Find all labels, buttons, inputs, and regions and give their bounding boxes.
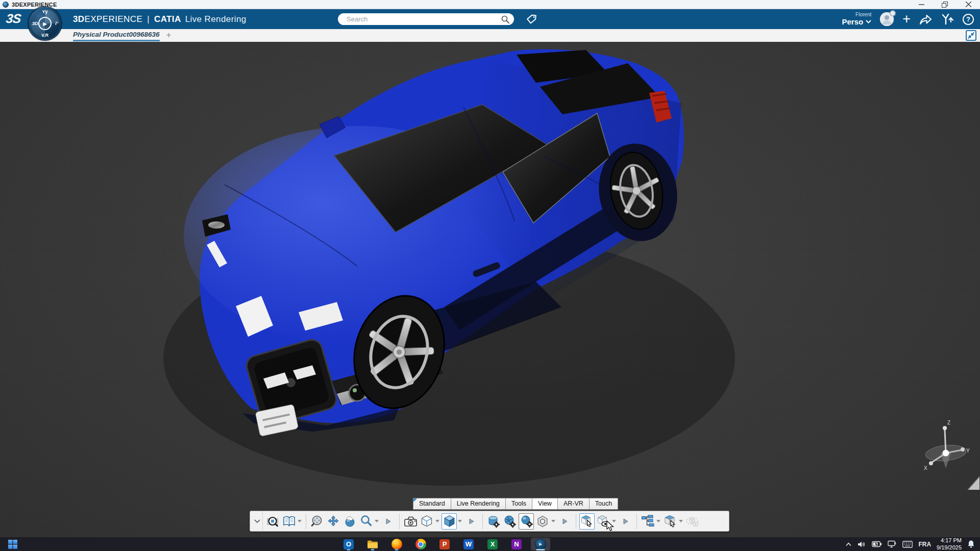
running-indicator xyxy=(371,549,375,550)
compass-north-glyph[interactable]: Yy xyxy=(42,9,47,14)
window-titlebar: 3DEXPERIENCE xyxy=(0,0,980,9)
header-right-cluster: Florent Perso + xyxy=(842,9,974,29)
help-button[interactable]: ? xyxy=(963,14,974,25)
database-settings-button[interactable] xyxy=(486,513,501,530)
tab-live-rendering[interactable]: Live Rendering xyxy=(451,498,506,510)
zoom-button[interactable] xyxy=(358,513,374,530)
window-title: 3DEXPERIENCE xyxy=(12,2,57,8)
tab-touch[interactable]: Touch xyxy=(589,498,618,510)
pan-button[interactable] xyxy=(326,513,341,530)
search-icon[interactable] xyxy=(501,15,509,23)
car-render: Z X Y xyxy=(0,42,980,537)
tab-standard[interactable]: Standard xyxy=(413,498,451,510)
zoom-dropdown-caret[interactable] xyxy=(375,520,379,522)
shaded-view-button[interactable] xyxy=(442,513,457,530)
taskbar-word[interactable]: W xyxy=(459,538,478,550)
taskbar-excel[interactable]: X xyxy=(483,538,502,550)
taskbar-onenote[interactable]: N xyxy=(507,538,526,550)
cylinder-gear-icon xyxy=(487,515,500,528)
action-bar-tabs: Standard Live Rendering Tools View AR-VR… xyxy=(413,498,618,510)
excel-icon: X xyxy=(487,539,498,549)
folder-icon xyxy=(367,540,378,549)
structure-tree-button[interactable] xyxy=(640,513,655,530)
render-settings-button[interactable] xyxy=(519,513,534,530)
compass-east-glyph[interactable]: i' xyxy=(55,21,58,26)
language-indicator[interactable]: FRA xyxy=(918,541,931,548)
add-content-button[interactable]: + xyxy=(902,12,911,26)
minimize-button[interactable] xyxy=(910,0,933,9)
date: 9/19/2025 xyxy=(937,544,962,551)
taskbar-3dexperience[interactable]: ▶ xyxy=(531,538,550,550)
expander-play-icon xyxy=(562,518,568,524)
iso-dropdown-caret[interactable] xyxy=(435,520,439,522)
capture-button[interactable] xyxy=(403,513,418,530)
onenote-icon: N xyxy=(511,539,522,549)
compass-menu-button[interactable]: Yy 3D i' V.R ▶ xyxy=(29,7,61,40)
sphere-gear-boxed-icon xyxy=(520,514,533,528)
taskbar-file-explorer[interactable] xyxy=(363,538,382,550)
new-tab-button[interactable]: + xyxy=(166,30,172,41)
axis-label-y: Y xyxy=(966,448,970,454)
more-render-styles-button[interactable] xyxy=(464,513,479,530)
close-button[interactable] xyxy=(957,0,980,9)
taskbar-clock[interactable]: 4:17 PM 9/19/2025 xyxy=(937,537,962,550)
ambience-dropdown-caret[interactable] xyxy=(551,520,555,522)
select-box-button[interactable] xyxy=(663,513,678,530)
notification-bell-icon[interactable] xyxy=(967,540,975,548)
expander-play-icon xyxy=(623,518,628,524)
tag-button[interactable] xyxy=(525,13,537,26)
collaboration-people-icon[interactable] xyxy=(941,13,954,26)
user-menu[interactable]: Florent Perso xyxy=(842,12,872,26)
outlook-icon: O xyxy=(344,539,354,549)
taskbar-outlook[interactable]: O xyxy=(339,538,358,550)
shaded-cube-icon xyxy=(443,514,456,528)
book-dropdown-caret[interactable] xyxy=(298,520,302,522)
brand-product: CATIA xyxy=(154,14,181,24)
restore-button[interactable] xyxy=(933,0,957,9)
ambience-button[interactable] xyxy=(535,513,550,530)
taskbar-firefox[interactable] xyxy=(387,538,406,550)
shaded-dropdown-caret[interactable] xyxy=(458,520,462,522)
environment-settings-button[interactable] xyxy=(502,513,518,530)
compass-west-glyph[interactable]: 3D xyxy=(32,21,38,26)
fit-all-button[interactable] xyxy=(265,513,280,530)
select-cube-button[interactable] xyxy=(579,513,595,530)
search-bar[interactable] xyxy=(338,13,514,25)
compass-south-glyph[interactable]: V.R xyxy=(41,33,48,38)
tab-ar-vr[interactable]: AR-VR xyxy=(557,498,590,510)
pan-icon xyxy=(327,515,340,528)
ds-logo[interactable]: 3S xyxy=(5,11,21,26)
tray-expand-icon[interactable] xyxy=(845,542,852,546)
compass-play-icon[interactable]: ▶ xyxy=(38,17,52,30)
start-button[interactable] xyxy=(6,537,20,551)
share-icon[interactable] xyxy=(919,14,932,25)
volume-icon[interactable] xyxy=(857,541,866,548)
network-icon[interactable] xyxy=(888,540,897,548)
keyboard-icon[interactable] xyxy=(902,541,913,548)
rotate-button[interactable] xyxy=(342,513,357,530)
expander-play-icon xyxy=(386,518,391,524)
avatar[interactable] xyxy=(880,12,894,26)
taskbar-chrome[interactable] xyxy=(411,538,430,550)
more-settings-button[interactable] xyxy=(557,513,573,530)
tab-tools[interactable]: Tools xyxy=(505,498,532,510)
collapse-panel-button[interactable] xyxy=(966,30,976,41)
product-tab[interactable]: Physical Product00968636 xyxy=(73,31,160,41)
more-view-tools-button[interactable] xyxy=(381,513,396,530)
resize-handle[interactable] xyxy=(968,477,979,490)
battery-icon[interactable] xyxy=(872,541,882,547)
tree-dropdown-caret[interactable] xyxy=(656,520,660,522)
window-controls xyxy=(910,0,980,9)
toolbar-overflow-button[interactable] xyxy=(252,511,263,531)
model-book-button[interactable] xyxy=(281,513,297,530)
left-headlight-trim xyxy=(208,221,225,229)
tab-view[interactable]: View xyxy=(532,498,558,510)
axis-triad-widget[interactable]: Z X Y xyxy=(924,420,970,471)
zoom-area-button[interactable] xyxy=(309,513,325,530)
search-input[interactable] xyxy=(338,15,501,23)
3d-viewport[interactable]: Z X Y xyxy=(0,42,980,537)
more-select-button[interactable] xyxy=(618,513,633,530)
iso-view-button[interactable] xyxy=(419,513,434,530)
select-box-dropdown-caret[interactable] xyxy=(679,520,683,522)
taskbar-powerpoint[interactable]: P xyxy=(435,538,454,550)
